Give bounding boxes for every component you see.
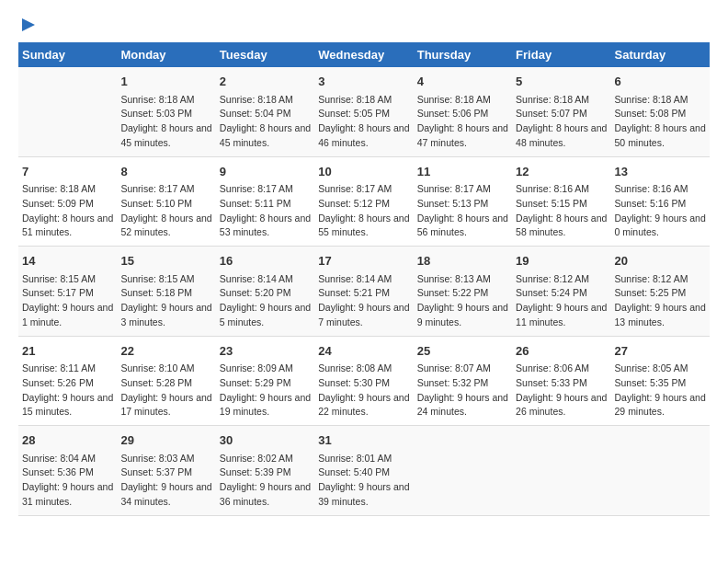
cell-1-1: 8Sunrise: 8:17 AMSunset: 5:10 PMDaylight… xyxy=(117,156,215,247)
day-number: 15 xyxy=(120,252,211,270)
day-number: 30 xyxy=(220,431,311,450)
header-row: Sunday Monday Tuesday Wednesday Thursday… xyxy=(18,42,710,67)
calendar-body: 1Sunrise: 8:18 AMSunset: 5:03 PMDaylight… xyxy=(18,67,710,515)
cell-1-0: 7Sunrise: 8:18 AMSunset: 5:09 PMDaylight… xyxy=(18,156,117,247)
day-number: 18 xyxy=(417,252,508,270)
cell-2-0: 14Sunrise: 8:15 AMSunset: 5:17 PMDayligh… xyxy=(18,247,117,337)
cell-4-1: 29Sunrise: 8:03 AMSunset: 5:37 PMDayligh… xyxy=(117,426,215,516)
cell-0-4: 4Sunrise: 8:18 AMSunset: 5:06 PMDaylight… xyxy=(414,67,512,156)
cell-sun-info: Sunrise: 8:04 AMSunset: 5:36 PMDaylight:… xyxy=(22,452,113,510)
cell-1-2: 9Sunrise: 8:17 AMSunset: 5:11 PMDaylight… xyxy=(216,156,314,247)
day-number: 14 xyxy=(22,252,113,270)
day-number: 28 xyxy=(22,431,113,450)
day-number: 17 xyxy=(318,252,409,270)
cell-4-6 xyxy=(611,426,710,516)
cell-2-2: 16Sunrise: 8:14 AMSunset: 5:20 PMDayligh… xyxy=(216,247,314,337)
cell-2-5: 19Sunrise: 8:12 AMSunset: 5:24 PMDayligh… xyxy=(512,247,610,337)
cell-sun-info: Sunrise: 8:02 AMSunset: 5:39 PMDaylight:… xyxy=(220,452,311,510)
cell-sun-info: Sunrise: 8:14 AMSunset: 5:21 PMDaylight:… xyxy=(318,272,409,330)
cell-sun-info: Sunrise: 8:11 AMSunset: 5:26 PMDaylight:… xyxy=(22,362,113,419)
day-number: 7 xyxy=(22,163,113,181)
col-saturday: Saturday xyxy=(611,42,710,67)
cell-4-5 xyxy=(512,426,610,516)
cell-sun-info: Sunrise: 8:01 AMSunset: 5:40 PMDaylight:… xyxy=(318,452,409,510)
col-thursday: Thursday xyxy=(414,42,512,67)
day-number: 23 xyxy=(220,342,311,361)
cell-1-6: 13Sunrise: 8:16 AMSunset: 5:16 PMDayligh… xyxy=(611,156,710,247)
cell-1-3: 10Sunrise: 8:17 AMSunset: 5:12 PMDayligh… xyxy=(314,156,413,247)
cell-4-4 xyxy=(414,426,512,516)
day-number: 21 xyxy=(22,342,113,361)
day-number: 13 xyxy=(615,163,706,181)
day-number: 20 xyxy=(615,252,706,270)
day-number: 6 xyxy=(615,73,706,91)
cell-3-2: 23Sunrise: 8:09 AMSunset: 5:29 PMDayligh… xyxy=(216,336,314,426)
day-number: 2 xyxy=(220,73,311,91)
cell-sun-info: Sunrise: 8:18 AMSunset: 5:03 PMDaylight:… xyxy=(120,93,211,151)
col-friday: Friday xyxy=(512,42,610,67)
day-number: 26 xyxy=(516,342,607,361)
cell-2-3: 17Sunrise: 8:14 AMSunset: 5:21 PMDayligh… xyxy=(314,247,413,337)
cell-0-3: 3Sunrise: 8:18 AMSunset: 5:05 PMDaylight… xyxy=(314,67,413,156)
cell-sun-info: Sunrise: 8:13 AMSunset: 5:22 PMDaylight:… xyxy=(417,272,508,330)
cell-sun-info: Sunrise: 8:15 AMSunset: 5:18 PMDaylight:… xyxy=(120,272,211,330)
day-number: 29 xyxy=(120,431,211,450)
cell-3-0: 21Sunrise: 8:11 AMSunset: 5:26 PMDayligh… xyxy=(18,336,117,426)
cell-sun-info: Sunrise: 8:12 AMSunset: 5:24 PMDaylight:… xyxy=(516,272,607,330)
cell-sun-info: Sunrise: 8:12 AMSunset: 5:25 PMDaylight:… xyxy=(615,272,706,330)
cell-sun-info: Sunrise: 8:05 AMSunset: 5:35 PMDaylight:… xyxy=(615,362,706,419)
day-number: 3 xyxy=(318,73,409,91)
cell-sun-info: Sunrise: 8:17 AMSunset: 5:11 PMDaylight:… xyxy=(220,182,311,240)
col-sunday: Sunday xyxy=(18,42,117,67)
cell-4-3: 31Sunrise: 8:01 AMSunset: 5:40 PMDayligh… xyxy=(314,426,413,516)
cell-2-1: 15Sunrise: 8:15 AMSunset: 5:18 PMDayligh… xyxy=(117,247,215,337)
cell-sun-info: Sunrise: 8:18 AMSunset: 5:04 PMDaylight:… xyxy=(220,93,311,151)
day-number: 27 xyxy=(615,342,706,361)
cell-sun-info: Sunrise: 8:15 AMSunset: 5:17 PMDaylight:… xyxy=(22,272,113,330)
day-number: 19 xyxy=(516,252,607,270)
week-row-4: 28Sunrise: 8:04 AMSunset: 5:36 PMDayligh… xyxy=(18,426,710,516)
cell-sun-info: Sunrise: 8:18 AMSunset: 5:07 PMDaylight:… xyxy=(516,93,607,151)
week-row-2: 14Sunrise: 8:15 AMSunset: 5:17 PMDayligh… xyxy=(18,247,710,337)
cell-0-1: 1Sunrise: 8:18 AMSunset: 5:03 PMDaylight… xyxy=(117,67,215,156)
cell-1-4: 11Sunrise: 8:17 AMSunset: 5:13 PMDayligh… xyxy=(414,156,512,247)
cell-sun-info: Sunrise: 8:06 AMSunset: 5:33 PMDaylight:… xyxy=(516,362,607,419)
cell-0-2: 2Sunrise: 8:18 AMSunset: 5:04 PMDaylight… xyxy=(216,67,314,156)
calendar-table: Sunday Monday Tuesday Wednesday Thursday… xyxy=(18,42,710,516)
cell-sun-info: Sunrise: 8:07 AMSunset: 5:32 PMDaylight:… xyxy=(417,362,508,419)
cell-4-2: 30Sunrise: 8:02 AMSunset: 5:39 PMDayligh… xyxy=(216,426,314,516)
svg-marker-0 xyxy=(22,18,35,31)
cell-3-1: 22Sunrise: 8:10 AMSunset: 5:28 PMDayligh… xyxy=(117,336,215,426)
cell-sun-info: Sunrise: 8:18 AMSunset: 5:06 PMDaylight:… xyxy=(417,93,508,151)
col-wednesday: Wednesday xyxy=(314,42,413,67)
day-number: 31 xyxy=(318,431,409,450)
cell-sun-info: Sunrise: 8:10 AMSunset: 5:28 PMDaylight:… xyxy=(120,362,211,419)
cell-3-5: 26Sunrise: 8:06 AMSunset: 5:33 PMDayligh… xyxy=(512,336,610,426)
logo xyxy=(18,18,37,33)
cell-sun-info: Sunrise: 8:18 AMSunset: 5:05 PMDaylight:… xyxy=(318,93,409,151)
cell-sun-info: Sunrise: 8:16 AMSunset: 5:16 PMDaylight:… xyxy=(615,182,706,240)
week-row-1: 7Sunrise: 8:18 AMSunset: 5:09 PMDaylight… xyxy=(18,156,710,247)
week-row-0: 1Sunrise: 8:18 AMSunset: 5:03 PMDaylight… xyxy=(18,67,710,156)
calendar-header: Sunday Monday Tuesday Wednesday Thursday… xyxy=(18,42,710,67)
day-number: 11 xyxy=(417,163,508,181)
day-number: 5 xyxy=(516,73,607,91)
cell-2-4: 18Sunrise: 8:13 AMSunset: 5:22 PMDayligh… xyxy=(414,247,512,337)
cell-sun-info: Sunrise: 8:17 AMSunset: 5:13 PMDaylight:… xyxy=(417,182,508,240)
cell-3-6: 27Sunrise: 8:05 AMSunset: 5:35 PMDayligh… xyxy=(611,336,710,426)
cell-sun-info: Sunrise: 8:18 AMSunset: 5:09 PMDaylight:… xyxy=(22,182,113,240)
cell-1-5: 12Sunrise: 8:16 AMSunset: 5:15 PMDayligh… xyxy=(512,156,610,247)
logo-triangle-icon xyxy=(20,17,37,33)
col-monday: Monday xyxy=(117,42,215,67)
day-number: 8 xyxy=(120,163,211,181)
cell-sun-info: Sunrise: 8:08 AMSunset: 5:30 PMDaylight:… xyxy=(318,362,409,419)
cell-4-0: 28Sunrise: 8:04 AMSunset: 5:36 PMDayligh… xyxy=(18,426,117,516)
day-number: 16 xyxy=(220,252,311,270)
cell-sun-info: Sunrise: 8:03 AMSunset: 5:37 PMDaylight:… xyxy=(120,452,211,510)
col-tuesday: Tuesday xyxy=(216,42,314,67)
day-number: 12 xyxy=(516,163,607,181)
cell-3-3: 24Sunrise: 8:08 AMSunset: 5:30 PMDayligh… xyxy=(314,336,413,426)
day-number: 22 xyxy=(120,342,211,361)
cell-0-5: 5Sunrise: 8:18 AMSunset: 5:07 PMDaylight… xyxy=(512,67,610,156)
cell-2-6: 20Sunrise: 8:12 AMSunset: 5:25 PMDayligh… xyxy=(611,247,710,337)
